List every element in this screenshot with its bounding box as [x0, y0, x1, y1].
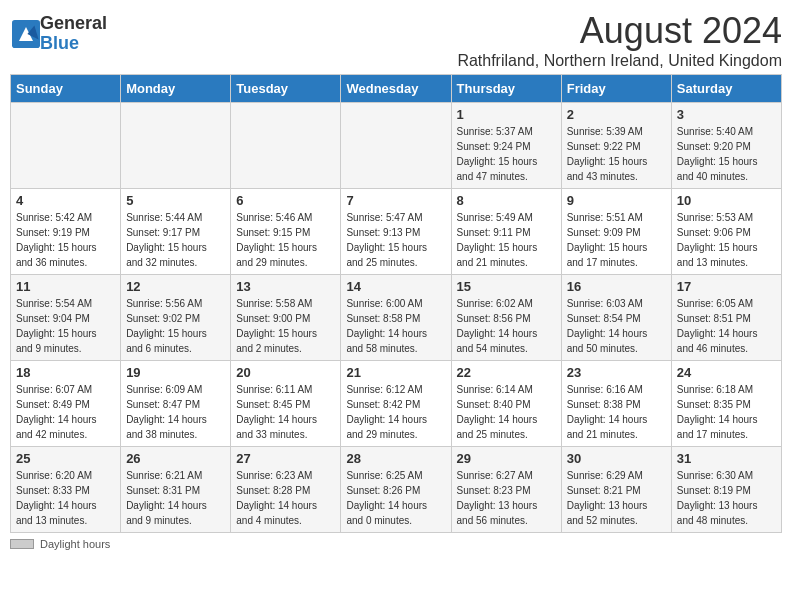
day-number: 15	[457, 279, 556, 294]
col-tuesday: Tuesday	[231, 75, 341, 103]
col-friday: Friday	[561, 75, 671, 103]
logo-text: General Blue	[40, 14, 107, 54]
logo-blue-text: Blue	[40, 34, 107, 54]
day-number: 14	[346, 279, 445, 294]
day-number: 12	[126, 279, 225, 294]
table-row: 26Sunrise: 6:21 AMSunset: 8:31 PMDayligh…	[121, 447, 231, 533]
daylight-hours-label: Daylight hours	[40, 538, 110, 550]
day-number: 20	[236, 365, 335, 380]
calendar-header-row: Sunday Monday Tuesday Wednesday Thursday…	[11, 75, 782, 103]
day-number: 2	[567, 107, 666, 122]
footer: Daylight hours	[10, 538, 782, 550]
day-info: Sunrise: 6:09 AMSunset: 8:47 PMDaylight:…	[126, 382, 225, 442]
table-row: 6Sunrise: 5:46 AMSunset: 9:15 PMDaylight…	[231, 189, 341, 275]
logo-general-text: General	[40, 14, 107, 34]
table-row: 20Sunrise: 6:11 AMSunset: 8:45 PMDayligh…	[231, 361, 341, 447]
day-info: Sunrise: 5:44 AMSunset: 9:17 PMDaylight:…	[126, 210, 225, 270]
day-info: Sunrise: 5:49 AMSunset: 9:11 PMDaylight:…	[457, 210, 556, 270]
day-info: Sunrise: 6:30 AMSunset: 8:19 PMDaylight:…	[677, 468, 776, 528]
table-row: 10Sunrise: 5:53 AMSunset: 9:06 PMDayligh…	[671, 189, 781, 275]
month-title: August 2024	[457, 10, 782, 52]
table-row: 9Sunrise: 5:51 AMSunset: 9:09 PMDaylight…	[561, 189, 671, 275]
table-row: 4Sunrise: 5:42 AMSunset: 9:19 PMDaylight…	[11, 189, 121, 275]
table-row: 19Sunrise: 6:09 AMSunset: 8:47 PMDayligh…	[121, 361, 231, 447]
day-number: 4	[16, 193, 115, 208]
day-info: Sunrise: 5:56 AMSunset: 9:02 PMDaylight:…	[126, 296, 225, 356]
table-row: 8Sunrise: 5:49 AMSunset: 9:11 PMDaylight…	[451, 189, 561, 275]
calendar-week-row: 11Sunrise: 5:54 AMSunset: 9:04 PMDayligh…	[11, 275, 782, 361]
day-number: 5	[126, 193, 225, 208]
day-number: 11	[16, 279, 115, 294]
col-saturday: Saturday	[671, 75, 781, 103]
table-row: 15Sunrise: 6:02 AMSunset: 8:56 PMDayligh…	[451, 275, 561, 361]
day-number: 22	[457, 365, 556, 380]
day-info: Sunrise: 5:51 AMSunset: 9:09 PMDaylight:…	[567, 210, 666, 270]
day-info: Sunrise: 6:05 AMSunset: 8:51 PMDaylight:…	[677, 296, 776, 356]
day-info: Sunrise: 5:47 AMSunset: 9:13 PMDaylight:…	[346, 210, 445, 270]
day-info: Sunrise: 5:42 AMSunset: 9:19 PMDaylight:…	[16, 210, 115, 270]
day-number: 17	[677, 279, 776, 294]
calendar-week-row: 18Sunrise: 6:07 AMSunset: 8:49 PMDayligh…	[11, 361, 782, 447]
table-row	[11, 103, 121, 189]
day-info: Sunrise: 6:27 AMSunset: 8:23 PMDaylight:…	[457, 468, 556, 528]
day-number: 30	[567, 451, 666, 466]
day-info: Sunrise: 6:18 AMSunset: 8:35 PMDaylight:…	[677, 382, 776, 442]
day-info: Sunrise: 6:00 AMSunset: 8:58 PMDaylight:…	[346, 296, 445, 356]
day-number: 16	[567, 279, 666, 294]
calendar-table: Sunday Monday Tuesday Wednesday Thursday…	[10, 74, 782, 533]
day-number: 6	[236, 193, 335, 208]
day-number: 18	[16, 365, 115, 380]
table-row: 27Sunrise: 6:23 AMSunset: 8:28 PMDayligh…	[231, 447, 341, 533]
day-number: 26	[126, 451, 225, 466]
day-number: 10	[677, 193, 776, 208]
table-row: 29Sunrise: 6:27 AMSunset: 8:23 PMDayligh…	[451, 447, 561, 533]
day-info: Sunrise: 5:54 AMSunset: 9:04 PMDaylight:…	[16, 296, 115, 356]
calendar-week-row: 1Sunrise: 5:37 AMSunset: 9:24 PMDaylight…	[11, 103, 782, 189]
day-info: Sunrise: 6:16 AMSunset: 8:38 PMDaylight:…	[567, 382, 666, 442]
col-wednesday: Wednesday	[341, 75, 451, 103]
table-row: 7Sunrise: 5:47 AMSunset: 9:13 PMDaylight…	[341, 189, 451, 275]
page-header: General Blue August 2024 Rathfriland, No…	[10, 10, 782, 70]
day-info: Sunrise: 6:29 AMSunset: 8:21 PMDaylight:…	[567, 468, 666, 528]
day-info: Sunrise: 6:12 AMSunset: 8:42 PMDaylight:…	[346, 382, 445, 442]
day-number: 3	[677, 107, 776, 122]
col-monday: Monday	[121, 75, 231, 103]
day-info: Sunrise: 5:46 AMSunset: 9:15 PMDaylight:…	[236, 210, 335, 270]
day-number: 28	[346, 451, 445, 466]
table-row: 30Sunrise: 6:29 AMSunset: 8:21 PMDayligh…	[561, 447, 671, 533]
table-row: 1Sunrise: 5:37 AMSunset: 9:24 PMDaylight…	[451, 103, 561, 189]
day-info: Sunrise: 5:58 AMSunset: 9:00 PMDaylight:…	[236, 296, 335, 356]
table-row: 14Sunrise: 6:00 AMSunset: 8:58 PMDayligh…	[341, 275, 451, 361]
day-info: Sunrise: 5:37 AMSunset: 9:24 PMDaylight:…	[457, 124, 556, 184]
table-row: 23Sunrise: 6:16 AMSunset: 8:38 PMDayligh…	[561, 361, 671, 447]
day-info: Sunrise: 5:40 AMSunset: 9:20 PMDaylight:…	[677, 124, 776, 184]
day-number: 8	[457, 193, 556, 208]
day-info: Sunrise: 6:21 AMSunset: 8:31 PMDaylight:…	[126, 468, 225, 528]
title-block: August 2024 Rathfriland, Northern Irelan…	[457, 10, 782, 70]
daylight-box	[10, 539, 34, 549]
table-row: 5Sunrise: 5:44 AMSunset: 9:17 PMDaylight…	[121, 189, 231, 275]
logo: General Blue	[10, 14, 107, 54]
day-info: Sunrise: 6:02 AMSunset: 8:56 PMDaylight:…	[457, 296, 556, 356]
table-row: 17Sunrise: 6:05 AMSunset: 8:51 PMDayligh…	[671, 275, 781, 361]
day-info: Sunrise: 5:53 AMSunset: 9:06 PMDaylight:…	[677, 210, 776, 270]
day-info: Sunrise: 6:03 AMSunset: 8:54 PMDaylight:…	[567, 296, 666, 356]
day-number: 13	[236, 279, 335, 294]
day-number: 23	[567, 365, 666, 380]
day-info: Sunrise: 6:07 AMSunset: 8:49 PMDaylight:…	[16, 382, 115, 442]
table-row: 16Sunrise: 6:03 AMSunset: 8:54 PMDayligh…	[561, 275, 671, 361]
table-row: 31Sunrise: 6:30 AMSunset: 8:19 PMDayligh…	[671, 447, 781, 533]
day-number: 1	[457, 107, 556, 122]
day-number: 19	[126, 365, 225, 380]
col-sunday: Sunday	[11, 75, 121, 103]
day-info: Sunrise: 6:11 AMSunset: 8:45 PMDaylight:…	[236, 382, 335, 442]
table-row: 11Sunrise: 5:54 AMSunset: 9:04 PMDayligh…	[11, 275, 121, 361]
table-row: 22Sunrise: 6:14 AMSunset: 8:40 PMDayligh…	[451, 361, 561, 447]
day-number: 24	[677, 365, 776, 380]
table-row: 2Sunrise: 5:39 AMSunset: 9:22 PMDaylight…	[561, 103, 671, 189]
table-row	[231, 103, 341, 189]
day-number: 7	[346, 193, 445, 208]
day-info: Sunrise: 6:25 AMSunset: 8:26 PMDaylight:…	[346, 468, 445, 528]
day-info: Sunrise: 5:39 AMSunset: 9:22 PMDaylight:…	[567, 124, 666, 184]
day-number: 29	[457, 451, 556, 466]
